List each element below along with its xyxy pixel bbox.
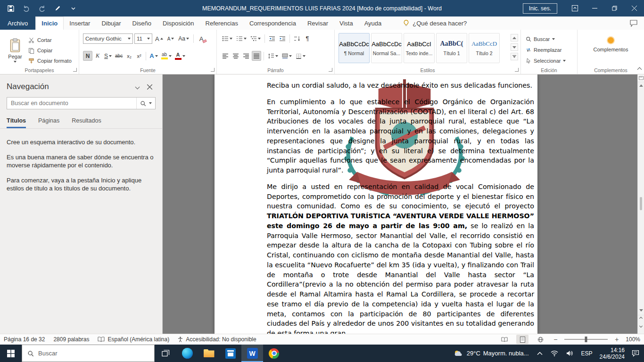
accessibility-status[interactable]: Accesibilidad: No disponible <box>178 336 256 343</box>
search-options-dropdown-icon[interactable] <box>149 102 152 104</box>
network-button[interactable] <box>550 345 559 362</box>
zoom-slider-thumb[interactable] <box>585 337 587 342</box>
tab-insertar[interactable]: Insertar <box>64 16 96 30</box>
style-no-spacing[interactable]: AaBbCcDc Normal Sa... <box>371 33 402 63</box>
action-center-button[interactable] <box>631 345 640 362</box>
close-button[interactable] <box>624 0 644 16</box>
next-page-button[interactable] <box>638 322 644 329</box>
align-left-button[interactable] <box>221 51 230 61</box>
tab-inicio[interactable]: Inicio <box>35 16 64 30</box>
underline-button[interactable]: S <box>103 51 113 61</box>
document-paragraph[interactable]: En cumplimiento a lo que establece el Có… <box>267 97 534 175</box>
word-count[interactable]: 2809 palabras <box>53 336 89 343</box>
text-effects-button[interactable]: A <box>148 51 159 61</box>
scroll-up-arrow[interactable] <box>638 82 644 89</box>
increase-indent-button[interactable] <box>278 33 287 43</box>
scroll-down-arrow[interactable] <box>638 307 644 314</box>
print-layout-button[interactable] <box>516 335 528 344</box>
collapse-ribbon-icon[interactable] <box>638 66 641 72</box>
multilevel-list-button[interactable] <box>249 33 262 43</box>
volume-button[interactable] <box>565 345 574 362</box>
style-normal[interactable]: AaBbCcDc ¶ Normal <box>339 33 370 63</box>
decrease-indent-button[interactable] <box>267 33 277 43</box>
style-heading-2[interactable]: AaBbCcD Título 2 <box>469 33 500 63</box>
font-size-combo[interactable]: 11 <box>134 33 152 44</box>
tell-me-box[interactable]: ¿Qué desea hacer? <box>403 16 467 30</box>
bold-button[interactable]: N <box>83 51 92 61</box>
addins-button[interactable]: Complementos <box>589 35 633 54</box>
page-indicator[interactable]: Página 16 de 32 <box>4 336 45 343</box>
taskbar-search-input[interactable] <box>38 350 149 357</box>
select-button[interactable]: Seleccionar <box>526 56 566 66</box>
font-dialog-launcher[interactable] <box>211 68 215 72</box>
styles-gallery-more-icon[interactable] <box>511 53 518 60</box>
styles-scroll-up-icon[interactable] <box>511 34 518 41</box>
shading-button[interactable] <box>281 51 293 61</box>
document-paragraph[interactable]: Reciba un cordial saludo, a la vez deseá… <box>267 81 534 90</box>
nav-tab-resultados[interactable]: Resultados <box>72 117 101 128</box>
replace-button[interactable]: Reemplazar <box>526 45 561 55</box>
style-heading-1[interactable]: AaBbC( Título 1 <box>436 33 467 63</box>
language-indicator[interactable]: ESP <box>580 345 594 362</box>
tab-revisar[interactable]: Revisar <box>302 16 334 30</box>
hidden-icons-button[interactable] <box>536 345 544 362</box>
feedback-bubble-icon[interactable] <box>630 16 644 30</box>
minimize-button[interactable] <box>585 0 604 16</box>
zoom-slider[interactable] <box>564 339 608 340</box>
ruler-toggle-icon[interactable] <box>638 74 644 82</box>
zoom-level[interactable]: 100% <box>626 336 640 343</box>
sort-button[interactable] <box>292 33 302 43</box>
zoom-in-button[interactable]: + <box>613 336 620 343</box>
paragraph-dialog-launcher[interactable] <box>329 68 332 72</box>
paste-button[interactable]: Pegar <box>4 33 26 68</box>
clock[interactable]: 14:16 24/6/2024 <box>600 347 625 360</box>
store-taskbar-button[interactable] <box>220 345 241 362</box>
sign-in-button[interactable]: Inic. ses. <box>523 3 557 14</box>
search-icon[interactable] <box>140 100 146 107</box>
tab-archivo[interactable]: Archivo <box>0 16 35 30</box>
weather-widget[interactable]: 29°C Mayorm. nubla... <box>453 345 530 362</box>
italic-button[interactable]: K <box>93 51 102 61</box>
document-text[interactable]: Reciba un cordial saludo, a la vez deseá… <box>215 74 537 334</box>
undo-icon[interactable] <box>22 4 31 13</box>
document-search-input[interactable] <box>7 97 156 109</box>
task-view-button[interactable] <box>155 345 176 362</box>
taskbar-search-box[interactable] <box>22 345 155 362</box>
style-indent-text[interactable]: AaBbCcI Texto inde... <box>404 33 435 63</box>
ink-pen-icon[interactable] <box>53 4 62 13</box>
tab-diseno[interactable]: Diseño <box>127 16 157 30</box>
align-center-button[interactable] <box>231 51 240 61</box>
tab-disposicion[interactable]: Disposición <box>157 16 199 30</box>
numbering-button[interactable] <box>235 33 248 43</box>
justify-button[interactable] <box>252 51 261 61</box>
format-painter-button[interactable]: Copiar formato <box>28 56 72 66</box>
navigation-pane-close-icon[interactable] <box>143 82 156 92</box>
strikethrough-button[interactable]: abc <box>114 51 124 61</box>
tab-correspondencia[interactable]: Correspondencia <box>244 16 302 30</box>
zoom-out-button[interactable]: − <box>552 336 559 343</box>
styles-dialog-launcher[interactable] <box>515 68 519 72</box>
scrollbar-thumb[interactable] <box>640 197 642 210</box>
tab-ayuda[interactable]: Ayuda <box>359 16 388 30</box>
nav-tab-paginas[interactable]: Páginas <box>38 117 59 128</box>
web-layout-button[interactable] <box>534 335 546 344</box>
edge-taskbar-button[interactable] <box>176 345 198 362</box>
bullets-button[interactable] <box>221 33 234 43</box>
proofing-status[interactable]: Español (América latina) <box>98 336 169 343</box>
clear-formatting-button[interactable]: A <box>197 34 206 44</box>
borders-button[interactable] <box>294 51 307 61</box>
document-page[interactable]: Reciba un cordial saludo, a la vez deseá… <box>215 74 537 334</box>
tab-referencias[interactable]: Referencias <box>200 16 244 30</box>
grow-font-button[interactable]: A <box>154 34 165 44</box>
font-color-button[interactable]: A <box>173 51 187 61</box>
cut-button[interactable]: Cortar <box>28 35 52 45</box>
clipboard-dialog-launcher[interactable] <box>73 68 77 72</box>
document-paragraph[interactable]: Me dirijo a usted en representación en c… <box>267 182 534 334</box>
navigation-pane-options-icon[interactable] <box>131 82 143 92</box>
file-explorer-taskbar-button[interactable] <box>198 345 220 362</box>
redo-icon[interactable] <box>38 4 46 13</box>
restore-button[interactable] <box>604 0 624 16</box>
word-taskbar-button[interactable]: W <box>241 345 263 362</box>
vertical-scrollbar[interactable] <box>637 74 644 334</box>
ribbon-display-options-icon[interactable] <box>565 0 585 16</box>
